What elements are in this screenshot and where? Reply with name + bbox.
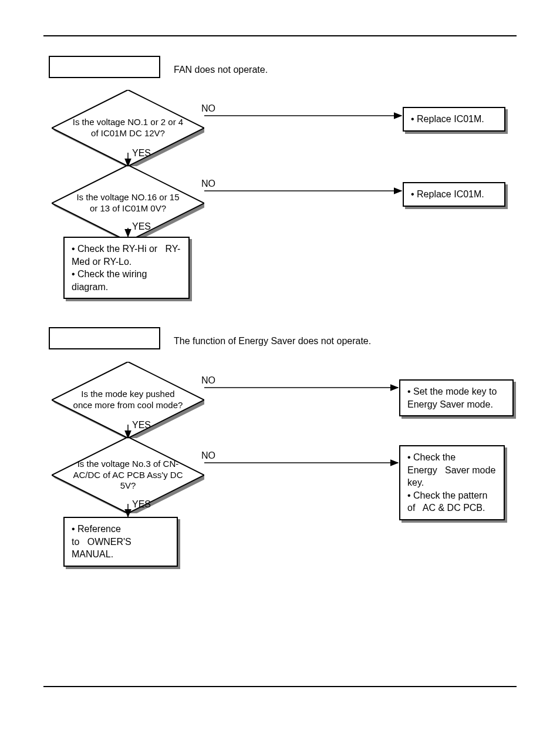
connectors-2 (0, 0, 560, 558)
label-no-3: NO (201, 375, 215, 386)
label-yes-3: YES (132, 420, 151, 430)
label-no-4: NO (201, 450, 215, 461)
bottom-rule (43, 686, 517, 687)
label-yes-4: YES (132, 499, 151, 510)
page: FAN does not operate. Is the voltage NO.… (0, 0, 560, 730)
